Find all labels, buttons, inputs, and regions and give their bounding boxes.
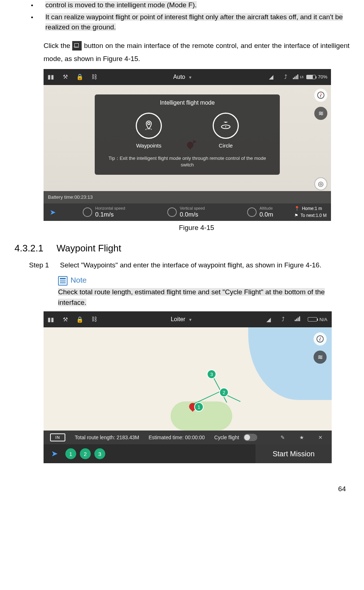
waypoint-pill[interactable]: 3 bbox=[94, 448, 105, 459]
bullet-item: It can realize waypoint flight or point … bbox=[31, 12, 349, 33]
battery-time-bar: Battery time:00:23:13 bbox=[44, 191, 331, 203]
battery-icon bbox=[308, 317, 317, 322]
estimated-time: Estimated time: 00:00:00 bbox=[148, 435, 205, 440]
note-block: Note Check total route length, estimated… bbox=[58, 276, 349, 308]
modal-title: Intelligent flight mode bbox=[95, 100, 280, 106]
heading-arrow-icon[interactable]: ➤ bbox=[44, 449, 65, 458]
cycle-flight-label: Cycle flight bbox=[214, 435, 239, 440]
app-bottom-bar: ➤ Horizontal speed0.1m/s Vertical speed0… bbox=[44, 203, 331, 221]
battery-percent: 70% bbox=[318, 74, 327, 80]
satellite-indicator: 13 bbox=[293, 74, 303, 79]
waypoints-icon bbox=[136, 113, 162, 139]
chevron-down-icon: ▼ bbox=[188, 75, 192, 80]
edit-icon[interactable]: ✎ bbox=[278, 435, 287, 440]
app-top-bar: ▮▮ ⚒ 🔒 ⛓ Loiter ▼ ◢ ⤴ N/A bbox=[44, 311, 332, 327]
svg-marker-2 bbox=[320, 95, 321, 98]
route-info-bar: IN Total route length: 2183.43M Estimate… bbox=[44, 431, 332, 444]
waypoint-marker[interactable]: 2 bbox=[219, 388, 229, 397]
intelligent-mode-icon bbox=[72, 41, 82, 50]
app-bottom-bar: ➤ 1 2 3 Start Mission bbox=[44, 444, 332, 463]
svg-marker-9 bbox=[320, 336, 321, 339]
right-icon-column: ≋ ◎ bbox=[314, 89, 327, 190]
gauge-icon bbox=[83, 207, 92, 217]
compass-icon[interactable] bbox=[314, 89, 327, 102]
battery-na: N/A bbox=[319, 317, 327, 322]
layers-icon[interactable]: ≋ bbox=[314, 351, 327, 364]
svg-marker-10 bbox=[319, 339, 320, 342]
home-pin-icon: 📍 bbox=[294, 205, 300, 212]
return-icon[interactable]: ⤴ bbox=[276, 316, 290, 323]
locate-icon[interactable]: ◎ bbox=[314, 177, 327, 190]
intelligent-flight-modal: Intelligent flight mode Waypoints Circle bbox=[95, 94, 280, 175]
waypoint-pill[interactable]: 1 bbox=[65, 448, 76, 459]
chevron-down-icon: ▼ bbox=[188, 318, 192, 322]
horizontal-speed-stat: Horizontal speed0.1m/s bbox=[83, 206, 125, 218]
compass-icon[interactable] bbox=[314, 332, 327, 345]
figure-4-15: ▮▮ ⚒ 🔒 ⛓ Auto ▼ ◢ ⤴ 13 70% bbox=[44, 69, 349, 232]
vertical-speed-stat: Vertical speed0.0m/s bbox=[167, 206, 205, 218]
menu-icon[interactable]: ▮▮ bbox=[44, 316, 58, 323]
svg-point-3 bbox=[148, 122, 150, 125]
app-top-bar: ▮▮ ⚒ 🔒 ⛓ Auto ▼ ◢ ⤴ 13 70% bbox=[44, 69, 331, 85]
bullet-list: control is moved to the intelligent mode… bbox=[31, 0, 349, 33]
start-mission-button[interactable]: Start Mission bbox=[255, 444, 332, 463]
return-icon[interactable]: ⤴ bbox=[278, 74, 293, 80]
menu-icon[interactable]: ▮▮ bbox=[44, 73, 58, 80]
waypoint-pill[interactable]: 2 bbox=[80, 448, 91, 459]
tools-icon[interactable]: ⚒ bbox=[58, 316, 73, 323]
flight-mode-label[interactable]: Auto ▼ bbox=[102, 74, 264, 80]
in-badge: IN bbox=[50, 433, 65, 441]
figure-caption: Figure 4-15 bbox=[44, 224, 349, 232]
lock-icon[interactable]: 🔒 bbox=[73, 316, 87, 323]
heading-arrow-icon[interactable]: ➤ bbox=[44, 208, 62, 217]
note-icon bbox=[58, 276, 68, 286]
gauge-icon bbox=[247, 207, 257, 217]
battery-icon bbox=[306, 75, 316, 79]
chain-icon[interactable]: ⛓ bbox=[87, 74, 102, 80]
instruction-paragraph: Click the button on the main interface o… bbox=[44, 39, 349, 65]
bullet-continuation: control is moved to the intelligent mode… bbox=[31, 0, 349, 11]
step-1: Step 1 Select "Waypoints" and enter the … bbox=[29, 260, 349, 271]
section-heading: 4.3.2.1 Waypoint Flight bbox=[15, 243, 349, 254]
altitude-stat: Altitude0.0m bbox=[247, 206, 273, 218]
app-screenshot-1: ▮▮ ⚒ 🔒 ⛓ Auto ▼ ◢ ⤴ 13 70% bbox=[44, 69, 331, 221]
home-next-info: 📍Home:1 m ⚑To next:1.0 M bbox=[294, 205, 331, 219]
cycle-flight-toggle[interactable] bbox=[244, 434, 257, 441]
takeoff-icon[interactable]: ◢ bbox=[261, 316, 276, 323]
modal-tip: Tip：Exit the intelligent flight mode onl… bbox=[95, 155, 280, 168]
circle-icon bbox=[213, 113, 239, 139]
total-route-length: Total route length: 2183.43M bbox=[75, 435, 139, 440]
svg-point-5 bbox=[225, 126, 226, 127]
takeoff-icon[interactable]: ◢ bbox=[264, 73, 278, 80]
svg-marker-1 bbox=[321, 92, 322, 95]
right-icon-column: ≋ bbox=[314, 332, 327, 364]
tools-icon[interactable]: ⚒ bbox=[58, 73, 73, 80]
close-icon[interactable]: ✕ bbox=[316, 435, 325, 440]
flag-icon: ⚑ bbox=[294, 212, 298, 219]
satellite-icon bbox=[290, 316, 305, 323]
flight-mode-label[interactable]: Loiter ▼ bbox=[102, 316, 261, 323]
gauge-icon bbox=[167, 207, 177, 217]
favorite-icon[interactable]: ★ bbox=[297, 435, 306, 440]
figure-4-16: ▮▮ ⚒ 🔒 ⛓ Loiter ▼ ◢ ⤴ N/A bbox=[44, 311, 349, 463]
page-number: 64 bbox=[15, 485, 349, 493]
app-screenshot-2: ▮▮ ⚒ 🔒 ⛓ Loiter ▼ ◢ ⤴ N/A bbox=[44, 311, 332, 463]
waypoint-pills: 1 2 3 bbox=[65, 448, 105, 459]
lock-icon[interactable]: 🔒 bbox=[73, 73, 87, 80]
waypoint-marker[interactable]: 3 bbox=[207, 369, 216, 379]
circle-mode-button[interactable]: Circle bbox=[213, 113, 239, 149]
waypoint-marker[interactable]: 1 bbox=[194, 402, 204, 412]
chain-icon[interactable]: ⛓ bbox=[87, 316, 102, 323]
layers-icon[interactable]: ≋ bbox=[314, 107, 327, 120]
waypoints-mode-button[interactable]: Waypoints bbox=[136, 113, 162, 149]
